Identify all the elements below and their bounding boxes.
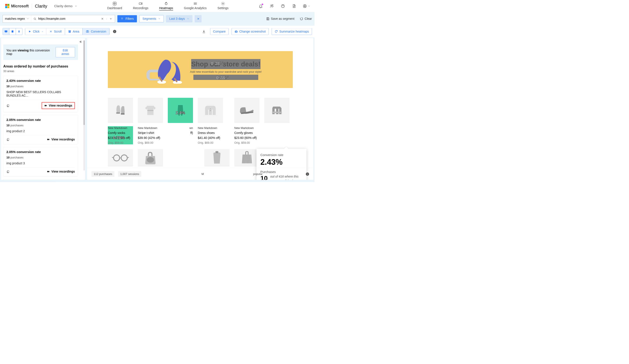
product-card[interactable] xyxy=(138,149,163,167)
user-menu[interactable] xyxy=(303,4,310,8)
notifications-button[interactable] xyxy=(258,4,263,8)
product-image xyxy=(198,98,223,123)
date-range-dropdown[interactable]: Last 3 days xyxy=(166,15,192,22)
change-screenshot-button[interactable]: Change screenshot xyxy=(231,28,268,35)
document-button[interactable] xyxy=(292,4,296,8)
dashboard-icon xyxy=(113,1,117,6)
team-button[interactable] xyxy=(270,4,274,8)
svg-rect-12 xyxy=(19,31,19,33)
product-card[interactable]: New Markdown Comfy socks $23.60 (60% off… xyxy=(108,98,133,145)
clear-button[interactable]: Clear xyxy=(300,17,312,21)
tab-google-analytics[interactable]: Google Analytics xyxy=(184,1,206,11)
svg-rect-23 xyxy=(47,139,49,140)
chevron-down-icon xyxy=(187,18,189,20)
view-recordings-button[interactable]: View recordings xyxy=(47,138,75,141)
brand-divider xyxy=(32,3,32,9)
tab-recordings[interactable]: Recordings xyxy=(133,1,149,11)
info-icon[interactable]: i xyxy=(113,30,116,33)
heatmap-overlay-label: 2.4% xyxy=(176,110,185,115)
svg-point-34 xyxy=(210,110,211,111)
more-filters-button[interactable] xyxy=(195,15,201,22)
copy-icon[interactable] xyxy=(6,104,10,107)
svg-point-3 xyxy=(271,5,272,6)
camera-icon xyxy=(139,1,143,6)
download-button[interactable] xyxy=(202,29,206,34)
compare-button[interactable]: Compare xyxy=(210,28,229,35)
view-recordings-button[interactable]: View recordings xyxy=(47,170,75,173)
save-icon xyxy=(266,17,269,20)
filters-button[interactable]: Filters xyxy=(117,15,137,22)
tab-settings[interactable]: Settings xyxy=(218,1,229,11)
product-card[interactable] xyxy=(108,149,133,167)
product-card[interactable] xyxy=(264,98,290,145)
summarize-button[interactable]: Summarize heatmaps xyxy=(272,28,312,35)
promo-banner: Shop our store deals! 0.38% Add new esse… xyxy=(108,51,293,88)
device-mobile[interactable] xyxy=(16,28,22,35)
add-icon[interactable] xyxy=(110,17,112,20)
area-card[interactable]: 2.05% conversion rate 10purchases img pr… xyxy=(3,147,78,177)
chevron-down-icon xyxy=(41,30,43,33)
heatmap-overlay-label: 0.78% xyxy=(216,75,229,80)
tab-heatmaps[interactable]: Heatmaps xyxy=(159,1,173,11)
undo-icon xyxy=(300,17,303,20)
url-field[interactable] xyxy=(31,17,98,21)
save-segment-button[interactable]: Save as segment xyxy=(266,17,294,21)
scroll-icon xyxy=(49,30,52,33)
tab-dashboard[interactable]: Dashboard xyxy=(107,1,122,11)
device-tablet[interactable] xyxy=(9,28,16,35)
heatmap-overlay-label: 0.38% xyxy=(211,61,224,66)
svg-point-33 xyxy=(210,108,211,109)
play-icon xyxy=(28,30,31,33)
svg-point-38 xyxy=(147,157,154,163)
metric-scroll[interactable]: Scroll xyxy=(46,28,65,35)
copy-icon[interactable] xyxy=(6,170,10,173)
segments-dropdown[interactable]: Segments xyxy=(139,15,164,22)
product-card[interactable]: New Markdown Dress shoes $41.40 (40% off… xyxy=(198,98,223,145)
product-image xyxy=(264,98,290,123)
svg-rect-31 xyxy=(121,113,125,115)
edit-areas-button[interactable]: Edit areas xyxy=(56,47,75,57)
product-card[interactable]: New Markdown Stripe t-shirt $39.90 (42% … xyxy=(138,98,163,145)
metric-conversion[interactable]: Conversion xyxy=(83,28,110,35)
areas-count: 33 areas xyxy=(3,69,83,73)
area-card[interactable]: 2.05% conversion rate 10purchases img pr… xyxy=(3,115,78,144)
device-desktop[interactable] xyxy=(3,28,9,35)
product-card[interactable]: New Markdown Comfy gloves $23.60 (60% of… xyxy=(234,98,260,145)
help-button[interactable] xyxy=(281,4,285,8)
double-chevron-left-icon xyxy=(79,40,82,43)
camera-icon xyxy=(235,30,238,33)
info-icon[interactable]: i xyxy=(306,172,309,176)
svg-point-37 xyxy=(121,155,127,161)
svg-rect-35 xyxy=(272,111,282,113)
scrollbar[interactable] xyxy=(83,40,85,171)
match-mode-dropdown[interactable]: matches regex xyxy=(3,15,31,23)
url-input[interactable] xyxy=(38,17,96,21)
area-card[interactable]: 2.43% conversion rate 10purchases SHOP N… xyxy=(3,76,78,112)
svg-point-36 xyxy=(114,155,120,161)
video-icon xyxy=(44,104,47,107)
refresh-icon xyxy=(275,30,278,33)
product-card[interactable] xyxy=(198,149,223,167)
collapse-panel-button[interactable] xyxy=(79,40,82,43)
chevron-down-icon xyxy=(26,18,29,20)
top-icons xyxy=(258,4,310,8)
metric-click[interactable]: Click xyxy=(25,28,46,35)
metric-area[interactable]: Area xyxy=(65,28,83,35)
svg-rect-11 xyxy=(11,30,13,32)
view-recordings-button[interactable]: View recordings xyxy=(42,102,75,109)
svg-rect-10 xyxy=(5,32,6,33)
device-toggle xyxy=(2,28,22,35)
clear-icon[interactable] xyxy=(101,17,104,20)
product-card[interactable]: 2.4% wn ff) xyxy=(168,98,193,145)
footer-sessions: 1,007 sessions xyxy=(118,171,141,177)
product-card[interactable] xyxy=(228,149,253,167)
brand-clarity: Clarity xyxy=(35,4,47,9)
svg-rect-22 xyxy=(7,138,9,140)
copy-icon[interactable] xyxy=(6,138,10,141)
area-card[interactable]: 12.50% conversion rate xyxy=(3,179,78,180)
brand-microsoft: Microsoft xyxy=(11,4,29,8)
product-image: 2.4% xyxy=(168,98,193,123)
desktop-icon xyxy=(4,30,7,33)
viewing-banner: You are viewing this conversion map Edit… xyxy=(3,44,78,60)
project-dropdown[interactable]: Clarity demo xyxy=(54,4,77,8)
